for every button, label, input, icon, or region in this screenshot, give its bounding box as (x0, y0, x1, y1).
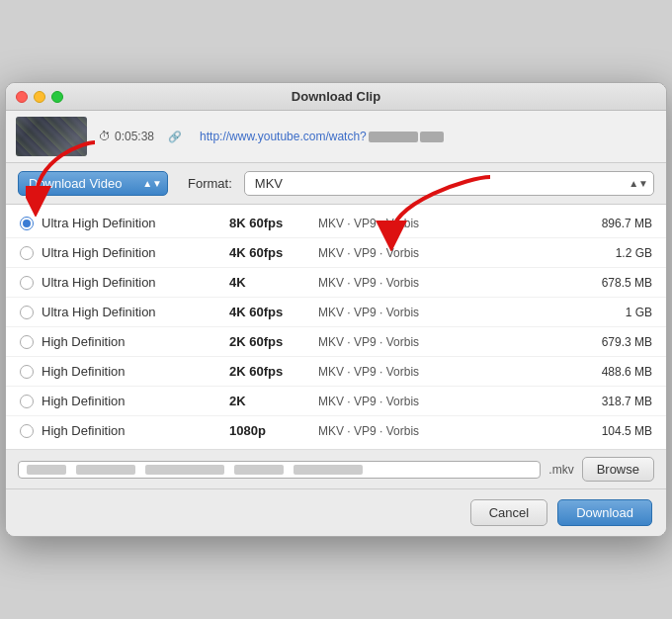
resolution-label: 4K (229, 275, 318, 290)
radio-button[interactable] (20, 395, 34, 408)
footer-path-bar: .mkv Browse (6, 450, 666, 489)
format-label: Format: (188, 176, 232, 191)
size-label: 104.5 MB (573, 424, 652, 438)
path-blur-4 (234, 465, 284, 475)
codec-label: MKV · VP9 · Vorbis (318, 395, 573, 408)
cancel-button[interactable]: Cancel (470, 499, 547, 526)
title-bar: Download Clip (6, 83, 666, 111)
codec-label: MKV · VP9 · Vorbis (318, 217, 573, 230)
path-display (18, 461, 541, 479)
list-item[interactable]: High Definition2KMKV · VP9 · Vorbis318.7… (6, 387, 666, 416)
radio-button[interactable] (20, 365, 34, 379)
radio-col (20, 335, 42, 349)
close-button[interactable] (16, 91, 28, 103)
meta-info: ⏱ 0:05:38 🔗 http://www.youtube.com/watch… (99, 130, 656, 143)
codec-label: MKV · VP9 · Vorbis (318, 306, 573, 319)
quality-label: High Definition (42, 394, 229, 408)
traffic-lights (16, 91, 63, 103)
clock-icon: ⏱ (99, 130, 111, 143)
size-label: 1.2 GB (573, 246, 652, 260)
type-select[interactable]: Download VideoDownload AudioDownload Sub… (18, 171, 168, 196)
radio-button[interactable] (20, 335, 34, 349)
radio-col (20, 246, 42, 260)
list-item[interactable]: High Definition1080pMKV · VP9 · Vorbis10… (6, 416, 666, 445)
type-select-wrapper: Download VideoDownload AudioDownload Sub… (18, 171, 168, 196)
quality-label: High Definition (42, 423, 229, 438)
link-icon: 🔗 (168, 131, 182, 143)
codec-label: MKV · VP9 · Vorbis (318, 365, 573, 379)
list-item[interactable]: High Definition2K 60fpsMKV · VP9 · Vorbi… (6, 357, 666, 387)
size-label: 896.7 MB (573, 217, 652, 230)
size-label: 318.7 MB (573, 395, 652, 408)
list-item[interactable]: Ultra High Definition4K 60fpsMKV · VP9 ·… (6, 298, 666, 327)
size-label: 1 GB (573, 306, 652, 319)
radio-button[interactable] (20, 246, 34, 260)
radio-button[interactable] (20, 424, 34, 438)
size-label: 679.3 MB (573, 335, 652, 349)
ext-label: .mkv (548, 463, 573, 477)
quality-label: Ultra High Definition (42, 245, 229, 260)
list-item[interactable]: Ultra High Definition8K 60fpsMKV · VP9 ·… (6, 209, 666, 238)
controls-bar: Download VideoDownload AudioDownload Sub… (6, 163, 666, 205)
url-text: http://www.youtube.com/watch? (200, 130, 444, 143)
duration-text: 0:05:38 (115, 130, 154, 143)
duration-display: ⏱ 0:05:38 (99, 130, 154, 143)
codec-label: MKV · VP9 · Vorbis (318, 246, 573, 260)
codec-label: MKV · VP9 · Vorbis (318, 424, 573, 438)
list-item[interactable]: Ultra High Definition4K 60fpsMKV · VP9 ·… (6, 238, 666, 268)
quality-label: Ultra High Definition (42, 305, 229, 319)
path-blur-3 (145, 465, 224, 475)
radio-col (20, 217, 42, 230)
resolution-label: 1080p (229, 423, 318, 438)
resolution-label: 4K 60fps (229, 245, 318, 260)
quality-label: Ultra High Definition (42, 216, 229, 230)
path-blur-5 (294, 465, 363, 475)
format-select-wrapper: MKVMP4AVIMOVWMV ▲▼ (244, 171, 654, 196)
list-item[interactable]: High Definition2K 60fpsMKV · VP9 · Vorbi… (6, 327, 666, 357)
resolution-label: 2K (229, 394, 318, 408)
quality-label: Ultra High Definition (42, 275, 229, 290)
codec-label: MKV · VP9 · Vorbis (318, 335, 573, 349)
video-thumbnail (16, 117, 87, 156)
radio-col (20, 276, 42, 290)
action-bar: Cancel Download (6, 489, 666, 536)
radio-button[interactable] (20, 217, 34, 230)
minimize-button[interactable] (34, 91, 45, 103)
resolution-label: 2K 60fps (229, 364, 318, 379)
download-button[interactable]: Download (557, 499, 652, 526)
radio-button[interactable] (20, 306, 34, 319)
path-blur-1 (27, 465, 66, 475)
format-select[interactable]: MKVMP4AVIMOVWMV (244, 171, 654, 196)
radio-col (20, 306, 42, 319)
radio-col (20, 424, 42, 438)
browse-button[interactable]: Browse (582, 457, 654, 482)
radio-col (20, 365, 42, 379)
resolution-label: 4K 60fps (229, 305, 318, 319)
window-title: Download Clip (292, 89, 380, 104)
quality-label: High Definition (42, 334, 229, 349)
path-blur-2 (76, 465, 135, 475)
size-label: 488.6 MB (573, 365, 652, 379)
codec-label: MKV · VP9 · Vorbis (318, 276, 573, 290)
quality-label: High Definition (42, 364, 229, 379)
resolution-label: 2K 60fps (229, 334, 318, 349)
resolution-label: 8K 60fps (229, 216, 318, 230)
maximize-button[interactable] (51, 91, 63, 103)
radio-col (20, 395, 42, 408)
list-item[interactable]: Ultra High Definition4KMKV · VP9 · Vorbi… (6, 268, 666, 298)
info-bar: ⏱ 0:05:38 🔗 http://www.youtube.com/watch… (6, 111, 666, 163)
size-label: 678.5 MB (573, 276, 652, 290)
radio-button[interactable] (20, 276, 34, 290)
download-clip-window: Download Clip ⏱ 0:05:38 🔗 http://www.you… (5, 82, 667, 537)
quality-list: Ultra High Definition8K 60fpsMKV · VP9 ·… (6, 205, 666, 450)
